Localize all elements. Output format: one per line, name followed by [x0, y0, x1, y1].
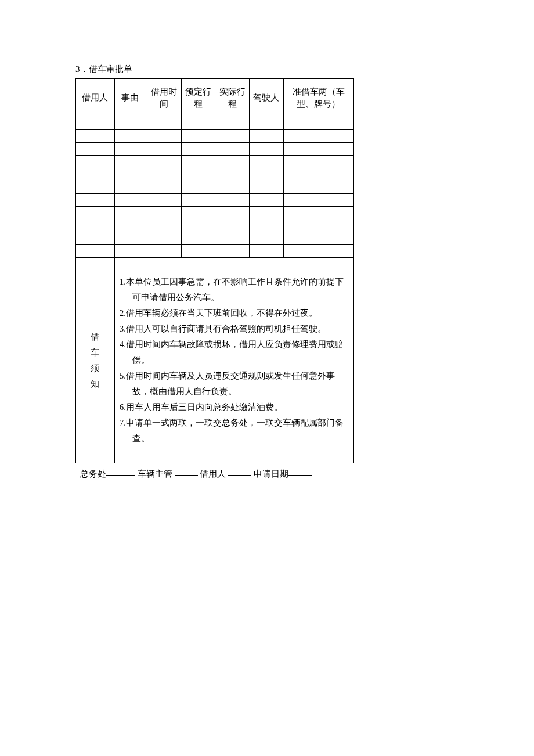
- notice-item: 3.借用人可以自行商请具有合格驾照的司机担任驾驶。: [120, 321, 345, 337]
- table-header-row: 借用人 事由 借用时间 预定行程 实际行程 驾驶人 准借车两（车型、牌号）: [76, 79, 354, 117]
- header-driver: 驾驶人: [250, 79, 284, 117]
- table-row: [76, 194, 354, 207]
- blank-line: [288, 467, 312, 476]
- table-row: [76, 232, 354, 245]
- header-approved-vehicle: 准借车两（车型、牌号）: [283, 79, 353, 117]
- notice-content: 1.本单位员工因事急需，在不影响工作且条件允许的前提下可申请借用公务汽车。 2.…: [114, 258, 353, 463]
- notice-item: 7.申请单一式两联，一联交总务处，一联交车辆配属部门备查。: [120, 415, 345, 447]
- footer-label-vehicle-supervisor: 车辆主管: [138, 469, 172, 478]
- table-row: [76, 168, 354, 181]
- notice-item: 1.本单位员工因事急需，在不影响工作且条件允许的前提下可申请借用公务汽车。: [120, 274, 345, 305]
- blank-line: [106, 467, 135, 476]
- footer-label-apply-date: 申请日期: [254, 469, 288, 478]
- notice-item: 6.用车人用车后三日内向总务处缴清油费。: [120, 399, 345, 415]
- header-actual-trip: 实际行程: [215, 79, 250, 117]
- table-row: [76, 117, 354, 130]
- header-borrower: 借用人: [76, 79, 115, 117]
- notice-item: 5.借用时间内车辆及人员违反交通规则或发生任何意外事故，概由借用人自行负责。: [120, 368, 345, 399]
- blank-line: [228, 467, 251, 476]
- footer-label-borrower: 借用人: [200, 469, 226, 478]
- notice-item: 4.借用时间内车辆故障或损坏，借用人应负责修理费用或赔偿。: [120, 337, 345, 368]
- notice-row: 借车须知 1.本单位员工因事急需，在不影响工作且条件允许的前提下可申请借用公务汽…: [76, 258, 354, 463]
- notice-side-label: 借车须知: [76, 258, 115, 463]
- page-title: 3．借车审批单: [75, 64, 459, 75]
- blank-line: [175, 467, 198, 476]
- table-row: [76, 143, 354, 156]
- header-planned-trip: 预定行程: [181, 79, 215, 117]
- table-row: [76, 181, 354, 194]
- footer-label-general-office: 总务处: [80, 469, 106, 478]
- approval-form-table: 借用人 事由 借用时间 预定行程 实际行程 驾驶人 准借车两（车型、牌号） 借车…: [75, 78, 354, 463]
- notice-item: 2.借用车辆必须在当天下班前回收，不得在外过夜。: [120, 305, 345, 321]
- header-borrow-time: 借用时间: [146, 79, 182, 117]
- header-reason: 事由: [114, 79, 146, 117]
- notice-label-char: 借车须知: [91, 332, 99, 388]
- signature-footer: 总务处 车辆主管 借用人 申请日期: [75, 468, 459, 480]
- table-row: [76, 207, 354, 219]
- table-row: [76, 219, 354, 232]
- table-row: [76, 130, 354, 143]
- table-row: [76, 156, 354, 168]
- table-row: [76, 245, 354, 258]
